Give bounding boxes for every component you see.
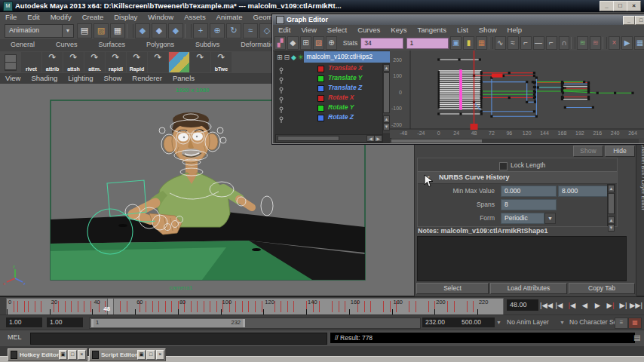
shelf-item-attm[interactable]: ↷attm. bbox=[84, 52, 105, 72]
current-time-field[interactable]: 48.00 bbox=[507, 299, 538, 311]
panel-menu-lighting[interactable]: Lighting bbox=[63, 73, 98, 84]
channel-row-rotate-z[interactable]: Rotate Z bbox=[275, 112, 381, 122]
menu-set-arrow-icon[interactable]: ▼ bbox=[62, 24, 74, 38]
panel-menu-show[interactable]: Show bbox=[99, 73, 127, 84]
notes-textarea[interactable] bbox=[417, 236, 627, 281]
panel-menu-view[interactable]: View bbox=[0, 73, 26, 84]
shelf-tab-polygons[interactable]: Polygons bbox=[136, 39, 185, 51]
expand-all-icon[interactable]: ⊞ bbox=[277, 54, 283, 61]
center-current-time-icon[interactable]: ⊕ bbox=[326, 36, 337, 50]
mel-result-field[interactable]: // Result: 778 bbox=[330, 333, 635, 343]
select-button[interactable]: Select bbox=[416, 283, 489, 294]
graph-editor-titlebar[interactable]: Graph Editor _ □ bbox=[273, 15, 644, 25]
shelf-tab-subdivs[interactable]: Subdivs bbox=[185, 39, 230, 51]
stats-field-0[interactable]: 34 bbox=[360, 38, 403, 49]
snap-grid-icon[interactable]: ◆ bbox=[135, 23, 150, 38]
shelf-item-icon-6[interactable]: ↷ bbox=[148, 52, 168, 72]
new-scene-icon[interactable]: ▤ bbox=[77, 23, 92, 38]
form-dropdown-arrow-icon[interactable]: ▼ bbox=[544, 213, 556, 224]
panel-menu-shading[interactable]: Shading bbox=[26, 73, 63, 84]
load-attributes-button[interactable]: Load Attributes bbox=[490, 283, 567, 294]
restore-icon[interactable]: ▣ bbox=[137, 350, 146, 360]
insert-keys-icon[interactable]: ◆ bbox=[287, 36, 299, 50]
swap-buffer-icon[interactable]: ≋ bbox=[590, 36, 601, 50]
maximize-icon[interactable]: □ bbox=[146, 350, 155, 360]
ge-menu-keys[interactable]: Keys bbox=[385, 25, 412, 35]
collapse-all-icon[interactable]: ⊟ bbox=[284, 54, 290, 61]
scroll-up-icon[interactable]: ▲ bbox=[608, 185, 615, 192]
free-tangent-weight-icon[interactable]: ▦ bbox=[634, 36, 644, 50]
menu-animate[interactable]: Animate bbox=[211, 12, 248, 22]
graph-editor-curve-view[interactable]: 2001000-100-200-48-240244872961201441681… bbox=[390, 51, 644, 138]
outliner-scroll-down-icon[interactable]: ▼ bbox=[383, 123, 390, 130]
time-slider[interactable]: 02040608010012014016018020022048 bbox=[6, 298, 504, 315]
outliner-scroll-up2-icon[interactable]: ▲ bbox=[383, 115, 390, 123]
minimize-button[interactable]: _ bbox=[600, 1, 614, 11]
range-slider-track[interactable]: 1 232 bbox=[89, 318, 421, 329]
ge-maximize-button[interactable]: □ bbox=[635, 16, 644, 25]
spline-tangents-icon[interactable]: ∿ bbox=[495, 36, 506, 50]
play-backwards-button[interactable]: ◀ bbox=[578, 299, 591, 311]
menu-assets[interactable]: Assets bbox=[179, 12, 211, 22]
move-tool-icon[interactable]: ⊕ bbox=[210, 23, 225, 38]
shelf-item-rivet[interactable]: rivet bbox=[21, 52, 41, 72]
maximize-icon[interactable]: □ bbox=[68, 350, 76, 360]
mel-input-field[interactable] bbox=[30, 333, 327, 345]
step-back-key-button[interactable]: |◀ bbox=[566, 299, 578, 311]
ge-menu-tangents[interactable]: Tangents bbox=[412, 25, 452, 35]
channel-mute-icon[interactable] bbox=[278, 113, 284, 127]
snap-point-icon[interactable]: ◆ bbox=[168, 23, 183, 38]
break-tangents-icon[interactable]: × bbox=[609, 36, 620, 50]
step-forward-frame-button[interactable]: ▶| bbox=[617, 299, 630, 311]
show-button[interactable]: Show bbox=[573, 146, 603, 157]
play-forwards-button[interactable]: ▶ bbox=[591, 299, 604, 311]
script-editor-icon[interactable]: ▤ bbox=[633, 333, 642, 343]
linear-tangents-icon[interactable]: ⌐ bbox=[520, 36, 532, 50]
open-scene-icon[interactable]: ▨ bbox=[94, 23, 109, 38]
panel-menu-renderer[interactable]: Renderer bbox=[127, 73, 167, 84]
scroll-up2-icon[interactable]: ▲ bbox=[608, 216, 615, 224]
ge-menu-edit[interactable]: Edit bbox=[273, 25, 296, 35]
menu-window[interactable]: Window bbox=[143, 12, 179, 22]
scroll-down-icon[interactable]: ▼ bbox=[608, 224, 615, 232]
anim-layer-arrow-icon[interactable]: ▼ bbox=[496, 320, 501, 325]
flat-tangents-icon[interactable]: — bbox=[533, 36, 544, 50]
animation-start-field[interactable]: 1.00 bbox=[6, 318, 42, 327]
ge-menu-show[interactable]: Show bbox=[474, 25, 502, 35]
ge-menu-curves[interactable]: Curves bbox=[352, 25, 385, 35]
attr-field-min-max-value-0[interactable]: 0.000 bbox=[501, 186, 557, 197]
maximize-button[interactable]: □ bbox=[613, 1, 627, 11]
character-set-label[interactable]: No Character Set bbox=[569, 318, 619, 326]
shelf-item-rapid[interactable]: ↷Rapid bbox=[127, 52, 147, 72]
range-slider-bar[interactable]: 1 232 bbox=[91, 319, 245, 327]
channel-row-rotate-y[interactable]: Rotate Y bbox=[275, 103, 381, 112]
anim-layer-label[interactable]: No Anim Layer bbox=[507, 318, 549, 326]
shelf-item-btwe[interactable]: ↷bTwe bbox=[211, 52, 232, 72]
plateau-tangents-icon[interactable]: ∩ bbox=[559, 36, 570, 50]
channel-row-translate-y[interactable]: Translate Y bbox=[275, 73, 381, 83]
channel-row-translate-x[interactable]: Translate X bbox=[275, 63, 381, 73]
shelf-switcher[interactable] bbox=[5, 54, 17, 71]
minimized-window-script-editor[interactable]: Script Editor▣□× bbox=[89, 348, 166, 361]
auto-key-icon[interactable]: ≡ bbox=[615, 318, 628, 329]
menu-display[interactable]: Display bbox=[109, 12, 143, 22]
ge-menu-list[interactable]: List bbox=[452, 25, 474, 35]
filter-icon[interactable]: ◆ bbox=[291, 54, 296, 61]
absolute-view-icon[interactable]: ▣ bbox=[450, 36, 462, 50]
select-by-hierarchy-icon[interactable]: + bbox=[193, 23, 208, 38]
menu-edit[interactable]: Edit bbox=[22, 12, 44, 22]
copy-tab-button[interactable]: Copy Tab bbox=[569, 283, 635, 294]
shelf-item-attrib[interactable]: ↷attrib bbox=[42, 52, 63, 72]
hide-button[interactable]: Hide bbox=[605, 146, 635, 157]
mel-label[interactable]: MEL bbox=[8, 333, 22, 341]
buffer-snapshot-icon[interactable]: ≋ bbox=[577, 36, 588, 50]
character-set-arrow-icon[interactable]: ▼ bbox=[560, 320, 565, 325]
attr-field-form-0[interactable]: Periodic bbox=[501, 213, 544, 224]
shelf-item-rapidl[interactable]: ↷rapidl bbox=[106, 52, 126, 72]
snap-curve-icon[interactable]: ◆ bbox=[152, 23, 167, 38]
menu-set-selector[interactable]: Animation bbox=[5, 24, 66, 38]
shelf-item-attsh[interactable]: ↷attsh bbox=[63, 52, 84, 72]
close-button[interactable]: × bbox=[627, 1, 641, 11]
outliner-hscrollbar[interactable]: ◀ ▶ bbox=[275, 134, 383, 143]
clamped-tangents-icon[interactable]: ≈ bbox=[508, 36, 519, 50]
